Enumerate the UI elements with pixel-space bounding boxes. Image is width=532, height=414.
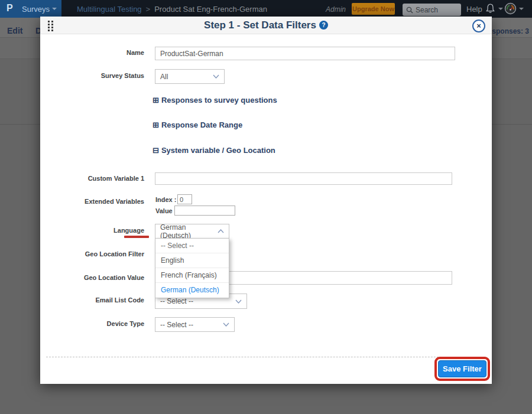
avatar[interactable] [504, 2, 517, 17]
section-label: Response Date Range [161, 120, 242, 129]
name-input[interactable] [155, 47, 455, 60]
email-list-code-value: -- Select -- [160, 297, 193, 305]
search-input[interactable] [416, 6, 457, 14]
help-link[interactable]: Help [466, 5, 482, 14]
annotation-underline [124, 236, 149, 238]
geo-location-filter-label: Geo Location Filter [40, 250, 144, 257]
language-dropdown-list: -- Select -- English French (Français) G… [155, 238, 229, 298]
page: P Surveys Multilingual Testing>Product S… [0, 0, 532, 414]
device-type-value: -- Select -- [160, 321, 193, 329]
section-responses-to-questions[interactable]: ⊞Responses to survey questions [153, 96, 277, 105]
section-label: Responses to survey questions [161, 96, 277, 105]
value-label: Value : [155, 207, 176, 214]
avatar-caret-icon[interactable] [519, 8, 524, 10]
chevron-down-icon [235, 299, 242, 304]
email-list-code-label: Email List Code [40, 296, 144, 304]
set-data-filters-modal: Step 1 - Set Data Filters? × Name Survey… [40, 17, 492, 384]
value-input[interactable] [174, 206, 235, 216]
close-icon[interactable]: × [472, 19, 485, 32]
notifications-bell-icon[interactable] [485, 3, 496, 17]
chevron-up-icon [218, 229, 224, 233]
menu-item-edit[interactable]: Edit [7, 26, 22, 35]
section-label: System variable / Geo Location [161, 146, 275, 155]
top-navigation-bar: P Surveys Multilingual Testing>Product S… [0, 0, 532, 18]
expand-icon[interactable]: ⊞ [153, 120, 159, 129]
modal-title: Step 1 - Set Data Filters? [40, 19, 492, 31]
language-option[interactable]: -- Select -- [155, 239, 229, 253]
save-filter-button[interactable]: Save Filter [438, 360, 486, 377]
search-icon [406, 6, 413, 14]
survey-status-select[interactable]: All [155, 69, 225, 84]
language-option-selected[interactable]: German (Deutsch) [155, 283, 229, 298]
admin-label: Admin [326, 5, 346, 14]
annotation-ring: Save Filter [434, 357, 490, 381]
language-label: Language [40, 227, 144, 234]
questionpro-logo: P [7, 3, 13, 14]
index-label: Index : [155, 196, 176, 203]
language-select[interactable]: German (Deutsch) [155, 224, 229, 239]
collapse-icon[interactable]: ⊟ [153, 146, 159, 155]
custom-variable-1-input[interactable] [155, 172, 452, 185]
chevron-down-icon [213, 74, 219, 79]
survey-status-value: All [160, 73, 168, 81]
upgrade-now-button[interactable]: Upgrade Now [352, 3, 395, 15]
search-box[interactable] [403, 4, 461, 16]
modal-title-text: Step 1 - Set Data Filters [204, 19, 316, 31]
index-input[interactable] [177, 194, 192, 204]
nav-surveys[interactable]: Surveys [22, 5, 50, 14]
extended-variables-label: Extended Variables [40, 198, 144, 205]
language-option[interactable]: English [155, 253, 229, 268]
custom-variable-1-label: Custom Variable 1 [40, 175, 144, 182]
brand-area: P Surveys [0, 0, 61, 18]
bell-caret-icon[interactable] [498, 8, 503, 10]
chevron-down-icon [223, 322, 229, 327]
device-type-select[interactable]: -- Select -- [155, 317, 235, 332]
language-option[interactable]: French (Français) [155, 268, 229, 283]
section-system-variable-geo[interactable]: ⊟System variable / Geo Location [153, 146, 275, 155]
device-type-label: Device Type [40, 320, 144, 327]
help-icon[interactable]: ? [319, 21, 328, 30]
dashed-divider [46, 357, 486, 357]
language-value: German (Deutsch) [160, 223, 218, 240]
breadcrumb-current: Product Sat Eng-French-German [154, 5, 267, 14]
surveys-caret-icon[interactable] [52, 8, 57, 10]
breadcrumb-separator: > [142, 5, 155, 14]
survey-status-label: Survey Status [40, 72, 144, 79]
name-label: Name [40, 49, 144, 56]
breadcrumb: Multilingual Testing>Product Sat Eng-Fre… [77, 5, 267, 14]
expand-icon[interactable]: ⊞ [153, 96, 159, 105]
breadcrumb-parent[interactable]: Multilingual Testing [77, 5, 142, 14]
geo-location-value-label: Geo Location Value [40, 274, 144, 281]
modal-header: Step 1 - Set Data Filters? × [40, 17, 492, 34]
section-response-date-range[interactable]: ⊞Response Date Range [153, 120, 242, 129]
